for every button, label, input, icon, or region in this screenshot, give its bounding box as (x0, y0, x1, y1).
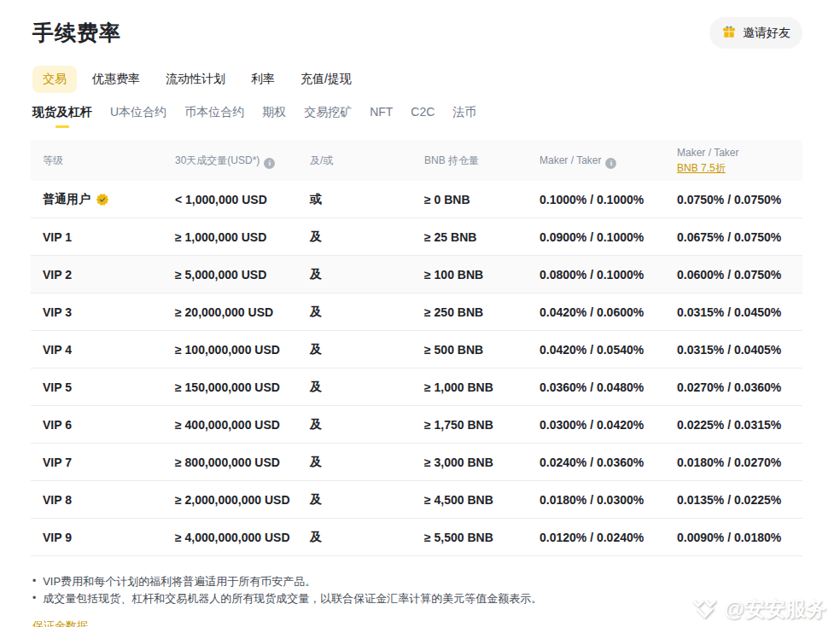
tab-deposit-withdraw[interactable]: 充值/提现 (300, 66, 352, 93)
volume-cell: ≥ 4,000,000,000 USD (163, 531, 298, 544)
maker-taker-cell-text: 0.0300% / 0.0420% (540, 418, 644, 432)
col-header-level: 等级 (31, 148, 163, 173)
volume-cell: ≥ 2,000,000,000 USD (163, 493, 298, 507)
level-cell-text: VIP 2 (43, 268, 72, 282)
and-or-cell: 及 (298, 305, 412, 320)
tab-trade[interactable]: 交易 (32, 66, 77, 93)
bnb-balance-cell-text: ≥ 250 BNB (424, 305, 483, 319)
level-cell-text: VIP 5 (43, 380, 72, 394)
and-or-cell: 及 (298, 267, 412, 282)
col-header-maker-taker-label: Maker / Taker (540, 154, 601, 166)
bnb-balance-cell-text: ≥ 5,500 BNB (424, 531, 493, 544)
volume-cell: < 1,000,000 USD (163, 193, 298, 206)
subtab-options[interactable]: 期权 (262, 105, 286, 128)
maker-taker-bnb-cell-text: 0.0225% / 0.0315% (677, 418, 781, 432)
level-cell-text: VIP 4 (43, 343, 72, 357)
subtab-trade-mining[interactable]: 交易挖矿 (304, 105, 352, 128)
maker-taker-bnb-cell-text: 0.0750% / 0.0750% (677, 193, 781, 206)
col-header-volume-label: 30天成交量(USD*) (175, 154, 260, 166)
bnb-balance-cell-text: ≥ 4,500 BNB (424, 493, 493, 507)
level-cell-text: 普通用户 (43, 192, 90, 207)
bnb-balance-cell: ≥ 0 BNB (412, 193, 528, 206)
maker-taker-bnb-cell: 0.0270% / 0.0360% (665, 380, 802, 394)
volume-cell: ≥ 400,000,000 USD (163, 418, 298, 432)
bnb-balance-cell-text: ≥ 100 BNB (424, 268, 483, 282)
level-cell: 普通用户 (31, 192, 163, 207)
level-cell: VIP 9 (31, 531, 163, 544)
volume-cell: ≥ 800,000,000 USD (163, 456, 298, 469)
maker-taker-cell: 0.0900% / 0.1000% (528, 230, 665, 244)
volume-cell: ≥ 5,000,000 USD (163, 268, 298, 282)
and-or-cell-text: 及 (310, 267, 322, 281)
subtab-usdm-futures[interactable]: U本位合约 (110, 105, 166, 128)
info-icon[interactable] (264, 158, 275, 169)
tab-interest-rate[interactable]: 利率 (251, 66, 275, 93)
table-row: VIP 9≥ 4,000,000,000 USD及≥ 5,500 BNB0.01… (31, 519, 802, 556)
maker-taker-cell-text: 0.0240% / 0.0360% (540, 456, 644, 469)
bnb-balance-cell: ≥ 3,000 BNB (412, 456, 528, 469)
page-title: 手续费率 (32, 19, 121, 47)
and-or-cell: 及 (298, 380, 412, 395)
fee-rate-page: 手续费率 邀请好友 交易优惠费率流动性计划利率充值/提现 现货及杠杆U本位合约币… (0, 0, 840, 627)
subtab-spot-margin[interactable]: 现货及杠杆 (32, 105, 92, 128)
bnb-balance-cell-text: ≥ 3,000 BNB (424, 456, 493, 469)
level-cell-text: VIP 7 (43, 456, 72, 469)
chevrons-icon (690, 595, 720, 623)
secondary-tabs: 现货及杠杆U本位合约币本位合约期权交易挖矿NFTC2C法币 (32, 105, 840, 128)
subtab-fiat[interactable]: 法币 (452, 105, 476, 128)
info-icon[interactable] (605, 158, 616, 169)
maker-taker-bnb-cell-text: 0.0315% / 0.0450% (677, 305, 781, 319)
maker-taker-bnb-cell: 0.0315% / 0.0405% (665, 343, 802, 357)
and-or-cell-text: 或 (310, 192, 322, 206)
subtab-coinm-futures[interactable]: 币本位合约 (184, 105, 244, 128)
bnb-balance-cell-text: ≥ 1,750 BNB (424, 418, 493, 432)
bnb-balance-cell-text: ≥ 0 BNB (424, 193, 470, 206)
maker-taker-bnb-cell-text: 0.0270% / 0.0360% (677, 380, 781, 394)
level-cell: VIP 2 (31, 268, 163, 282)
volume-cell: ≥ 100,000,000 USD (163, 343, 298, 357)
bnb-discount-link[interactable]: BNB 7.5折 (677, 160, 726, 176)
maker-taker-cell: 0.1000% / 0.1000% (528, 193, 665, 206)
tab-liquidity-program[interactable]: 流动性计划 (166, 66, 225, 93)
maker-taker-cell: 0.0420% / 0.0540% (528, 343, 665, 357)
maker-taker-bnb-cell: 0.0315% / 0.0450% (665, 305, 802, 319)
page-header: 手续费率 邀请好友 (0, 0, 840, 49)
fee-table: 等级 30天成交量(USD*) 及/或 BNB 持仓量 Maker / Take… (31, 140, 802, 556)
maker-taker-bnb-cell: 0.0090% / 0.0180% (665, 531, 802, 544)
maker-taker-cell-text: 0.0120% / 0.0240% (540, 531, 644, 544)
subtab-c2c[interactable]: C2C (411, 105, 435, 128)
invite-friends-button[interactable]: 邀请好友 (709, 17, 802, 49)
margin-data-link[interactable]: 保证金数据 (32, 618, 88, 627)
maker-taker-bnb-cell-text: 0.0600% / 0.0750% (677, 268, 781, 282)
maker-taker-bnb-cell-text: 0.0090% / 0.0180% (677, 531, 781, 544)
table-row: VIP 2≥ 5,000,000 USD及≥ 100 BNB0.0800% / … (31, 256, 802, 293)
volume-cell-text: ≥ 100,000,000 USD (175, 343, 280, 357)
maker-taker-bnb-cell-text: 0.0315% / 0.0405% (677, 343, 781, 357)
and-or-cell-text: 及 (310, 380, 322, 393)
fee-table-header: 等级 30天成交量(USD*) 及/或 BNB 持仓量 Maker / Take… (31, 140, 802, 181)
and-or-cell-text: 及 (310, 229, 322, 243)
level-cell: VIP 3 (31, 305, 163, 319)
maker-taker-cell-text: 0.0420% / 0.0600% (540, 305, 644, 319)
bnb-balance-cell: ≥ 500 BNB (412, 343, 528, 357)
level-cell: VIP 6 (31, 418, 163, 432)
gift-icon (721, 24, 737, 42)
and-or-cell-text: 及 (310, 305, 322, 318)
bnb-balance-cell: ≥ 250 BNB (412, 305, 528, 319)
volume-cell-text: ≥ 20,000,000 USD (175, 305, 273, 319)
col-header-maker-taker: Maker / Taker (528, 148, 665, 174)
subtab-nft[interactable]: NFT (370, 105, 393, 128)
maker-taker-bnb-cell: 0.0675% / 0.0750% (665, 230, 802, 244)
tab-fee-discount[interactable]: 优惠费率 (92, 66, 140, 93)
table-row: VIP 6≥ 400,000,000 USD及≥ 1,750 BNB0.0300… (31, 406, 802, 444)
verified-badge-icon (96, 193, 109, 206)
maker-taker-bnb-cell: 0.0600% / 0.0750% (665, 268, 802, 282)
col-header-bnb-balance: BNB 持仓量 (412, 148, 528, 173)
volume-cell: ≥ 1,000,000 USD (163, 230, 298, 244)
maker-taker-bnb-cell: 0.0750% / 0.0750% (665, 193, 802, 206)
table-row: VIP 8≥ 2,000,000,000 USD及≥ 4,500 BNB0.01… (31, 481, 802, 519)
maker-taker-cell: 0.0240% / 0.0360% (528, 456, 665, 469)
and-or-cell-text: 及 (310, 530, 322, 543)
and-or-cell: 或 (298, 192, 412, 207)
volume-cell-text: ≥ 1,000,000 USD (175, 230, 266, 244)
